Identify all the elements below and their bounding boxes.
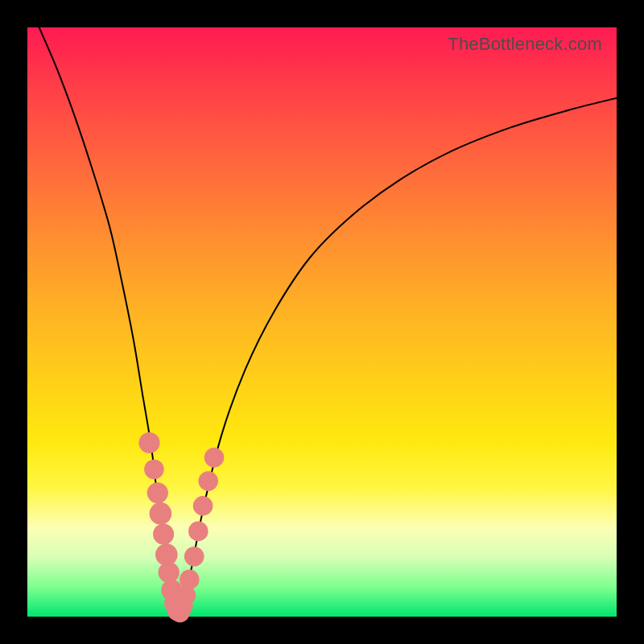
curve-markers (138, 432, 224, 622)
chart-stage: TheBottleneck.com (0, 0, 644, 644)
curve-marker (153, 523, 174, 544)
curve-marker (138, 432, 159, 453)
curve-marker (184, 547, 204, 567)
curve-marker (180, 570, 200, 590)
curve-marker (159, 562, 180, 583)
curve-marker (150, 502, 172, 525)
curve-marker (198, 471, 218, 491)
chart-svg (27, 27, 617, 617)
curve-marker (144, 460, 164, 480)
curve-marker (204, 448, 225, 468)
curve-marker (193, 496, 213, 516)
chart-plot-area: TheBottleneck.com (27, 27, 617, 617)
curve-marker (188, 522, 208, 542)
curve-marker (147, 482, 168, 503)
bottleneck-curve-line (39, 27, 617, 613)
